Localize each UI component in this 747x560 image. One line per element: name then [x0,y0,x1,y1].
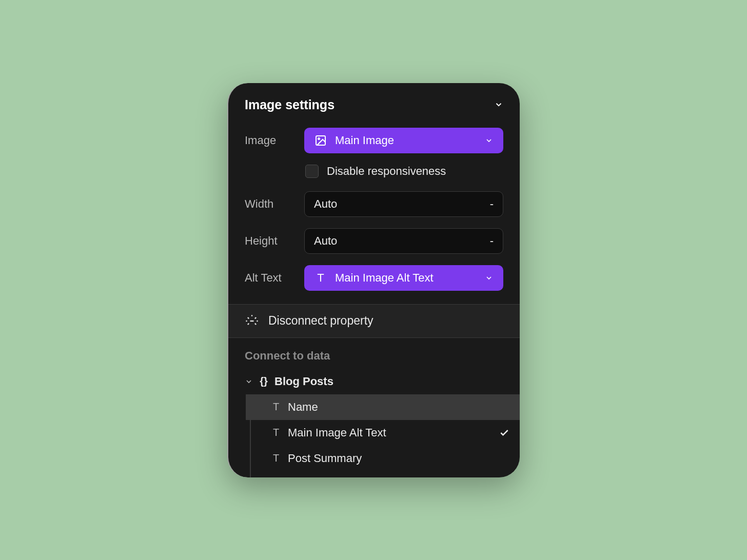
connect-title: Connect to data [245,349,503,363]
image-settings-panel: Image settings Image Main Image [227,83,520,477]
check-icon [499,428,509,438]
image-field-label: Image [245,134,296,147]
height-input[interactable]: Auto - [304,228,503,254]
checkbox-wrap: Disable responsiveness [304,165,503,178]
height-field-label: Height [245,234,296,248]
data-item-label: Post Summary [288,452,509,465]
text-icon: T [271,452,281,464]
disable-responsiveness-checkbox[interactable] [305,165,319,178]
image-icon [314,134,327,147]
data-item-name[interactable]: T Name [246,394,520,420]
image-select-value: Main Image [335,134,477,147]
data-item-label: Name [288,401,509,414]
braces-icon: {} [258,376,269,387]
data-group-label: Blog Posts [274,375,333,388]
data-item-label: Main Image Alt Text [288,426,492,439]
width-field-row: Width Auto - [245,191,503,217]
text-icon: T [314,272,327,284]
data-item-post-summary[interactable]: T Post Summary [246,446,520,477]
alt-text-field-label: Alt Text [245,271,296,285]
data-tree-items: T Name T Main Image Alt Text T Post Summ… [250,394,503,477]
chevron-down-icon [485,136,493,145]
width-value: Auto [314,197,337,211]
height-field-row: Height Auto - [245,228,503,254]
panel-title: Image settings [245,97,335,112]
chevron-down-icon [485,274,493,282]
chevron-down-icon [245,377,253,386]
data-group-header[interactable]: {} Blog Posts [245,372,503,391]
width-input[interactable]: Auto - [304,191,503,217]
data-item-main-image-alt-text[interactable]: T Main Image Alt Text [246,420,520,446]
panel-header[interactable]: Image settings [228,83,520,123]
width-field-label: Width [245,197,296,211]
disconnect-property-button[interactable]: Disconnect property [228,305,520,337]
disconnect-label: Disconnect property [268,314,373,328]
disable-responsiveness-label: Disable responsiveness [327,165,446,178]
settings-body: Image Main Image Disable [228,123,520,304]
connect-to-data-section: Connect to data {} Blog Posts T Name T M… [228,338,520,477]
image-field-row: Image Main Image [245,128,503,153]
text-icon: T [271,427,281,438]
svg-point-1 [318,138,320,139]
disable-responsiveness-row: Disable responsiveness [245,165,503,178]
alt-text-select[interactable]: T Main Image Alt Text [304,265,503,291]
alt-text-select-value: Main Image Alt Text [335,271,477,285]
unlink-icon [245,314,259,328]
image-select[interactable]: Main Image [304,128,503,153]
chevron-down-icon [494,100,503,109]
dash-icon: - [490,234,494,248]
alt-text-field-row: Alt Text T Main Image Alt Text [245,265,503,291]
text-icon: T [271,401,281,413]
dash-icon: - [490,197,494,211]
height-value: Auto [314,234,337,248]
